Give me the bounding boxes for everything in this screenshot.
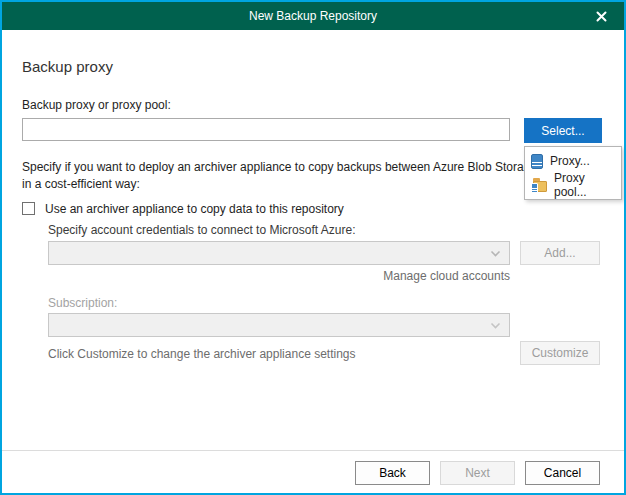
subscription-label: Subscription: xyxy=(48,296,117,310)
proxy-pool-label: Backup proxy or proxy pool: xyxy=(22,98,171,112)
credentials-label: Specify account credentials to connect t… xyxy=(48,223,356,237)
back-button[interactable]: Back xyxy=(355,461,430,485)
proxy-pool-icon xyxy=(531,178,547,193)
dialog-new-backup-repository: New Backup Repository Backup proxy Backu… xyxy=(0,0,626,495)
subscription-combobox[interactable] xyxy=(48,313,510,337)
select-button[interactable]: Select... xyxy=(524,118,602,143)
menu-item-proxy[interactable]: Proxy... xyxy=(525,149,621,173)
proxy-input[interactable] xyxy=(22,118,510,141)
chevron-down-icon xyxy=(490,322,501,329)
menu-item-proxy-pool[interactable]: Proxy pool... xyxy=(525,173,621,197)
menu-item-proxy-pool-label: Proxy pool... xyxy=(554,171,615,199)
customize-hint: Click Customize to change the archiver a… xyxy=(48,347,356,361)
close-button[interactable] xyxy=(586,2,616,30)
credentials-combobox[interactable] xyxy=(48,241,510,265)
select-dropdown-menu: Proxy... Proxy pool... xyxy=(524,146,622,200)
proxy-server-icon xyxy=(531,154,543,169)
archiver-description: Specify if you want to deploy an archive… xyxy=(22,159,537,193)
customize-button[interactable]: Customize xyxy=(520,341,600,365)
add-button[interactable]: Add... xyxy=(520,241,600,265)
window-title: New Backup Repository xyxy=(249,9,377,23)
cancel-button[interactable]: Cancel xyxy=(525,461,600,485)
footer-separator xyxy=(2,450,624,451)
page-title: Backup proxy xyxy=(22,58,113,75)
archiver-appliance-checkbox[interactable] xyxy=(22,202,35,215)
menu-item-proxy-label: Proxy... xyxy=(550,154,590,168)
manage-cloud-accounts-link[interactable]: Manage cloud accounts xyxy=(48,269,510,283)
archiver-description-line2: in a cost-efficient way: xyxy=(22,176,537,193)
next-button[interactable]: Next xyxy=(440,461,515,485)
close-icon xyxy=(596,11,607,22)
archiver-appliance-checkbox-label: Use an archiver appliance to copy data t… xyxy=(45,202,344,216)
chevron-down-icon xyxy=(490,250,501,257)
archiver-description-line1: Specify if you want to deploy an archive… xyxy=(22,159,537,176)
title-bar: New Backup Repository xyxy=(2,2,624,30)
